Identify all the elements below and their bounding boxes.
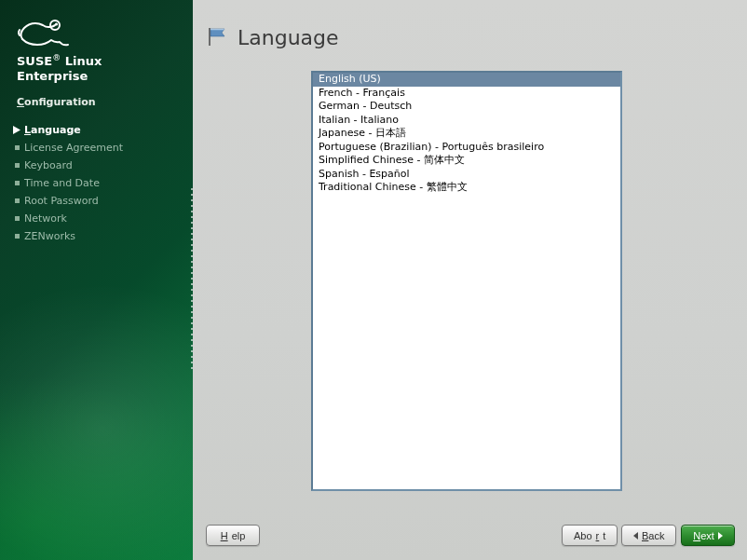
sidebar-step[interactable]: Time and Date [9,174,193,192]
abort-accel: r [596,530,600,541]
step-bullet-icon [9,198,24,203]
sidebar-step-label: Keyboard [24,159,73,171]
language-option[interactable]: Italian - Italiano [313,114,620,128]
step-arrow-icon [9,126,24,134]
language-listbox[interactable]: English (US)French - FrançaisGerman - De… [311,71,622,491]
step-bullet-icon [9,216,24,221]
language-option[interactable]: French - Français [313,87,620,101]
sidebar-step-label: ZENworks [24,230,75,242]
sidebar-step-label: Time and Date [24,177,100,189]
sidebar-step[interactable]: ZENworks [9,227,193,245]
sidebar-step-label: Language [24,124,81,136]
help-button[interactable]: Help [206,525,260,546]
abort-button[interactable]: Abort [562,525,618,546]
registered-mark: ® [52,53,61,62]
sidebar-step-label: Root Password [24,195,99,207]
sidebar-step[interactable]: Language [9,121,193,139]
next-accel: N [693,530,700,541]
next-rest: ext [700,530,714,541]
svg-point-1 [55,22,58,25]
flag-icon [206,27,228,48]
svg-rect-3 [209,28,211,46]
language-option[interactable]: Traditional Chinese - 繁體中文 [313,181,620,195]
language-option[interactable]: German - Deutsch [313,100,620,114]
language-option[interactable]: English (US) [313,73,620,87]
language-option[interactable]: Spanish - Español [313,168,620,182]
language-option[interactable]: Portuguese (Brazilian) - Português brasi… [313,141,620,155]
svg-marker-2 [13,126,20,134]
section-title-accel: C [17,96,24,108]
abort-rest: t [603,530,605,541]
back-rest: ack [648,530,664,541]
main-panel: Language English (US)French - FrançaisGe… [193,0,747,560]
chevron-left-icon [633,532,638,540]
language-list: English (US)French - FrançaisGerman - De… [313,73,620,195]
page-title: Language [238,26,339,49]
step-bullet-icon [9,181,24,185]
step-list: LanguageLicense AgreementKeyboardTime an… [0,114,193,245]
section-title-rest: onfiguration [24,96,96,108]
sidebar-step[interactable]: Network [9,210,193,227]
sidebar-step-label: License Agreement [24,142,123,154]
sidebar-step[interactable]: Keyboard [9,157,193,174]
language-option[interactable]: Simplified Chinese - 简体中文 [313,154,620,168]
sidebar-step[interactable]: Root Password [9,192,193,210]
help-accel: H [221,530,228,541]
language-option[interactable]: Japanese - 日本語 [313,127,620,141]
next-button[interactable]: Next [681,525,735,546]
brand-line1-suffix: Linux [61,54,102,68]
brand-line1-prefix: SUSE [17,54,52,68]
page-title-row: Language [206,26,339,49]
sidebar-step-label: Network [24,212,67,225]
suse-logo [0,0,193,48]
help-rest: elp [232,530,246,541]
brand-text: SUSE® Linux Enterprise [0,48,193,83]
step-bullet-icon [9,163,24,168]
sidebar-step[interactable]: License Agreement [9,139,193,157]
installer-window: SUSE® Linux Enterprise Configuration Lan… [0,0,747,560]
step-bullet-icon [9,145,24,150]
step-bullet-icon [9,234,24,239]
sidebar: SUSE® Linux Enterprise Configuration Lan… [0,0,193,560]
chevron-right-icon [718,532,723,540]
brand-line2: Enterprise [17,69,88,83]
section-title: Configuration [0,83,193,114]
back-button[interactable]: Back [621,525,676,546]
abort-pre: Abo [574,530,592,541]
chameleon-icon [17,17,75,48]
